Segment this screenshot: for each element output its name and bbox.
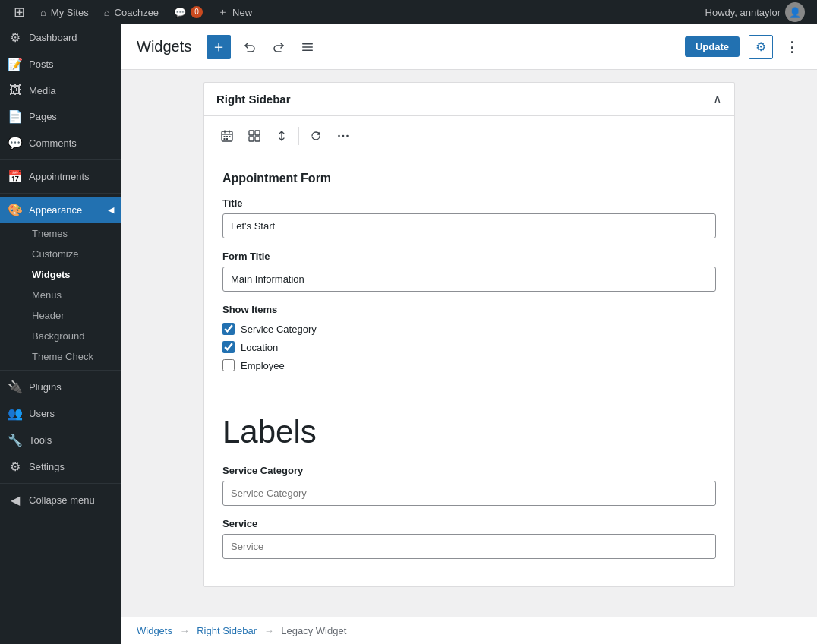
sidebar-item-users[interactable]: 👥 Users (0, 400, 121, 427)
svg-rect-9 (229, 136, 231, 137)
breadcrumb-widgets-link[interactable]: Widgets (137, 625, 172, 636)
grid-icon (248, 129, 261, 143)
sidebar-item-posts[interactable]: 📝 Posts (0, 51, 121, 77)
sidebar-item-settings[interactable]: ⚙ Settings (0, 453, 121, 480)
sidebar-sub-background[interactable]: Background (24, 326, 121, 346)
comments-link[interactable]: 💬 0 (166, 0, 210, 24)
list-icon (301, 40, 314, 54)
sidebar-item-comments[interactable]: 💬 Comments (0, 130, 121, 156)
update-button[interactable]: Update (685, 36, 740, 57)
service-category-checkbox[interactable] (222, 323, 235, 335)
svg-rect-14 (249, 137, 254, 141)
form-title-field: Form Title (222, 251, 716, 292)
my-sites-link[interactable]: ⌂ My Sites (33, 0, 96, 24)
more-options-button[interactable]: ⋮ (782, 36, 802, 58)
list-view-button[interactable] (298, 37, 317, 57)
site-label: Coachzee (115, 7, 159, 18)
comments-icon: 💬 (174, 7, 186, 18)
breadcrumb: Widgets → Right Sidebar → Legacy Widget (121, 617, 817, 644)
dashboard-icon: ⚙ (8, 30, 23, 45)
main-layout: ⚙ Dashboard 📝 Posts 🖼 Media 📄 Pages 💬 Co… (0, 24, 817, 644)
sidebar-item-pages[interactable]: 📄 Pages (0, 103, 121, 130)
avatar: 👤 (785, 2, 805, 22)
sidebar-item-plugins[interactable]: 🔌 Plugins (0, 374, 121, 400)
sidebar-divider-1 (0, 159, 121, 160)
toolbar-divider (298, 127, 299, 145)
title-field: Title (222, 197, 716, 238)
sidebar-item-appearance[interactable]: 🎨 Appearance ◀ (0, 197, 121, 223)
sidebar-sub-theme-check[interactable]: Theme Check (24, 346, 121, 367)
sidebar-item-collapse[interactable]: ◀ Collapse menu (0, 487, 121, 513)
avatar-icon: 👤 (789, 7, 801, 18)
plus-icon: ＋ (218, 5, 228, 19)
add-widget-button[interactable]: ＋ (207, 35, 231, 59)
my-sites-label: My Sites (51, 7, 89, 18)
labels-heading: Labels (222, 415, 716, 450)
widget-toolbar (204, 116, 734, 156)
breadcrumb-sep-2: → (264, 625, 274, 636)
appearance-arrow-icon: ◀ (108, 205, 114, 215)
wp-logo-link[interactable]: ⊞ (6, 0, 33, 24)
rotate-tool-button[interactable] (302, 122, 330, 150)
redo-icon (272, 40, 285, 54)
undo-icon (243, 40, 257, 54)
employee-row: Employee (222, 359, 716, 371)
tools-icon: 🔧 (8, 433, 23, 447)
labels-service-field: Service (222, 518, 716, 559)
gear-icon: ⚙ (755, 39, 766, 54)
sidebar-item-appointments[interactable]: 📅 Appointments (0, 163, 121, 190)
undo-button[interactable] (240, 37, 260, 57)
widget-area-title: Right Sidebar (216, 93, 291, 106)
location-checkbox[interactable] (222, 341, 235, 353)
appointments-label: Appointments (29, 171, 90, 182)
employee-checkbox-label[interactable]: Employee (241, 360, 285, 371)
dashboard-label: Dashboard (29, 32, 77, 43)
appointment-form: Appointment Form Title Form Title Show I… (204, 156, 734, 399)
location-checkbox-label[interactable]: Location (241, 342, 278, 353)
form-title-input[interactable] (222, 267, 716, 292)
new-link[interactable]: ＋ New (210, 0, 260, 24)
site-link[interactable]: ⌂ Coachzee (96, 0, 166, 24)
updown-tool-button[interactable] (268, 122, 295, 150)
svg-rect-11 (226, 138, 228, 140)
sidebar-item-tools[interactable]: 🔧 Tools (0, 427, 121, 453)
sidebar-divider-3 (0, 370, 121, 371)
labels-service-label: Service (222, 518, 716, 529)
title-input[interactable] (222, 213, 716, 238)
svg-rect-8 (226, 136, 228, 137)
labels-service-category-label: Service Category (222, 465, 716, 476)
sidebar-item-dashboard[interactable]: ⚙ Dashboard (0, 24, 121, 51)
labels-service-input[interactable] (222, 534, 716, 559)
more-dots-icon (336, 129, 350, 143)
sidebar-sub-header[interactable]: Header (24, 305, 121, 326)
employee-checkbox[interactable] (222, 359, 235, 371)
service-category-checkbox-label[interactable]: Service Category (241, 324, 317, 335)
chevron-up-icon: ∧ (713, 93, 722, 106)
svg-point-17 (342, 135, 345, 137)
rotate-icon (309, 129, 323, 143)
site-icon: ⌂ (104, 7, 110, 18)
sidebar-sub-widgets[interactable]: Widgets (24, 264, 121, 285)
breadcrumb-right-sidebar-link[interactable]: Right Sidebar (197, 625, 257, 636)
media-icon: 🖼 (8, 84, 23, 97)
svg-rect-13 (255, 131, 260, 135)
settings-gear-button[interactable]: ⚙ (749, 35, 773, 59)
settings-icon: ⚙ (8, 459, 23, 474)
sidebar-divider-4 (0, 483, 121, 484)
sidebar-sub-menus[interactable]: Menus (24, 285, 121, 305)
grid-tool-button[interactable] (241, 122, 268, 150)
appointments-icon: 📅 (8, 169, 23, 184)
labels-service-category-field: Service Category (222, 465, 716, 506)
more-tool-button[interactable] (330, 122, 357, 150)
users-label: Users (29, 408, 55, 419)
svg-rect-7 (224, 136, 226, 137)
widget-area-toggle-button[interactable]: ∧ (713, 92, 722, 106)
calendar-tool-button[interactable] (213, 122, 241, 150)
labels-service-category-input[interactable] (222, 481, 716, 506)
scroll-area[interactable]: Right Sidebar ∧ (121, 70, 817, 617)
sidebar-sub-customize[interactable]: Customize (24, 244, 121, 264)
redo-button[interactable] (269, 37, 289, 57)
sidebar-sub-themes[interactable]: Themes (24, 223, 121, 244)
svg-rect-2 (302, 49, 313, 51)
sidebar-item-media[interactable]: 🖼 Media (0, 77, 121, 103)
